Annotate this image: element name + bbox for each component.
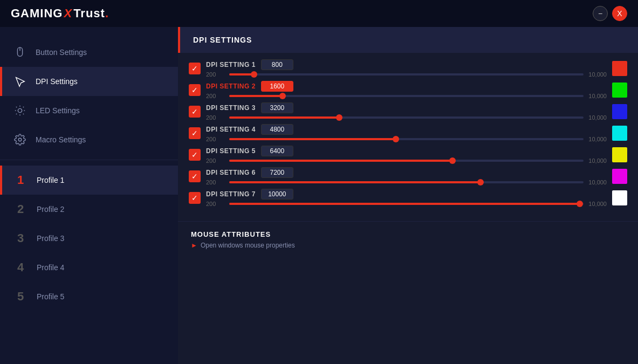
profile-label-5: Profile 5 — [37, 292, 64, 301]
dpi-row-2: ✓ DPI SETTING 2 1600 200 10,000 — [189, 81, 627, 99]
dpi-checkbox-5[interactable]: ✓ — [189, 149, 201, 161]
slider-group-5: 200 10,000 — [206, 157, 607, 164]
dpi-value-badge-1: 800 — [261, 59, 293, 70]
dpi-row-inner-1: DPI SETTING 1 800 200 10,000 — [206, 59, 607, 78]
dpi-checkbox-3[interactable]: ✓ — [189, 106, 201, 118]
dpi-top-row-3: DPI SETTING 3 3200 — [206, 102, 607, 113]
profile-item-1[interactable]: 1 Profile 1 — [0, 166, 178, 195]
dpi-value-badge-2: 1600 — [261, 81, 293, 92]
slider-min-5: 200 — [206, 157, 225, 164]
dpi-value-badge-4: 4800 — [261, 124, 293, 135]
dpi-top-row-7: DPI SETTING 7 10000 — [206, 189, 607, 200]
dpi-section-header: DPI SETTINGS — [178, 27, 638, 53]
sidebar: Button Settings DPI Settings — [0, 27, 178, 364]
dpi-checkbox-7[interactable]: ✓ — [189, 192, 201, 204]
slider-track-4[interactable] — [229, 138, 584, 140]
window-controls: − X — [593, 6, 627, 21]
dpi-top-row-1: DPI SETTING 1 800 — [206, 59, 607, 70]
profile-num-4: 4 — [13, 260, 28, 274]
logo-gaming: GAMING — [11, 6, 63, 20]
dpi-label-7: DPI SETTING 7 — [206, 190, 256, 198]
dpi-value-badge-5: 6400 — [261, 146, 293, 156]
mouse-attributes-title: MOUSE ATTRIBUTES — [191, 230, 625, 238]
color-swatch-4[interactable] — [612, 126, 627, 141]
slider-track-7[interactable] — [229, 203, 584, 205]
sidebar-item-macro-settings[interactable]: Macro Settings — [0, 125, 178, 154]
slider-min-1: 200 — [206, 71, 225, 78]
checkmark-5: ✓ — [191, 150, 198, 159]
profile-num-5: 5 — [13, 290, 28, 304]
profile-num-3: 3 — [13, 231, 28, 245]
dpi-checkbox-2[interactable]: ✓ — [189, 84, 201, 96]
slider-track-3[interactable] — [229, 116, 584, 119]
profile-label-1: Profile 1 — [37, 176, 64, 184]
dpi-label-2: DPI SETTING 2 — [206, 83, 256, 90]
color-swatch-3[interactable] — [612, 104, 627, 119]
slider-max-7: 10,000 — [588, 201, 607, 207]
dpi-row-1: ✓ DPI SETTING 1 800 200 10,000 — [189, 59, 627, 78]
dpi-label-5: DPI SETTING 5 — [206, 147, 256, 155]
checkmark-1: ✓ — [191, 64, 198, 73]
sidebar-item-led-settings[interactable]: LED Settings — [0, 96, 178, 125]
mouse-properties-link[interactable]: ► Open windows mouse properties — [191, 242, 625, 249]
cursor-icon — [13, 74, 27, 88]
dpi-top-row-6: DPI SETTING 6 7200 — [206, 167, 607, 178]
dpi-value-badge-6: 7200 — [261, 167, 293, 178]
dpi-row-7: ✓ DPI SETTING 7 10000 200 10,000 — [189, 189, 627, 207]
color-swatch-2[interactable] — [612, 83, 627, 98]
app-logo: GAMING X Trust . — [11, 6, 109, 20]
dpi-value-badge-7: 10000 — [261, 189, 293, 200]
slider-min-2: 200 — [206, 93, 225, 99]
profile-item-2[interactable]: 2 Profile 2 — [0, 195, 178, 224]
dpi-row-inner-6: DPI SETTING 6 7200 200 10,000 — [206, 167, 607, 186]
svg-line-9 — [16, 114, 17, 114]
minimize-button[interactable]: − — [593, 6, 608, 21]
slider-min-7: 200 — [206, 201, 225, 207]
slider-track-1[interactable] — [229, 73, 584, 75]
content-area: DPI SETTINGS ✓ DPI SETTING 1 800 200 10,… — [178, 27, 638, 364]
sun-icon — [13, 104, 27, 118]
nav-section: Button Settings DPI Settings — [0, 32, 178, 160]
color-swatch-1[interactable] — [612, 61, 627, 76]
dpi-top-row-5: DPI SETTING 5 6400 — [206, 146, 607, 156]
dpi-label-6: DPI SETTING 6 — [206, 169, 256, 176]
slider-max-4: 10,000 — [588, 136, 607, 142]
slider-max-6: 10,000 — [588, 179, 607, 186]
svg-point-11 — [18, 138, 22, 141]
sidebar-item-button-settings[interactable]: Button Settings — [0, 38, 178, 67]
color-swatch-5[interactable] — [612, 147, 627, 162]
svg-line-6 — [23, 114, 24, 114]
slider-group-1: 200 10,000 — [206, 71, 607, 78]
dpi-value-badge-3: 3200 — [261, 102, 293, 113]
arrow-right-icon: ► — [191, 242, 197, 249]
profile-item-3[interactable]: 3 Profile 3 — [0, 224, 178, 253]
slider-max-2: 10,000 — [588, 93, 607, 99]
profile-item-4[interactable]: 4 Profile 4 — [0, 253, 178, 282]
sidebar-item-dpi-settings[interactable]: DPI Settings — [0, 67, 178, 96]
dpi-checkbox-6[interactable]: ✓ — [189, 170, 201, 182]
gear-icon — [13, 133, 27, 147]
slider-group-6: 200 10,000 — [206, 179, 607, 186]
button-settings-label: Button Settings — [36, 48, 87, 57]
slider-max-5: 10,000 — [588, 157, 607, 164]
slider-track-2[interactable] — [229, 95, 584, 97]
profile-num-1: 1 — [13, 173, 28, 187]
slider-track-5[interactable] — [229, 160, 584, 162]
dpi-label-3: DPI SETTING 3 — [206, 104, 256, 112]
svg-line-10 — [23, 107, 24, 107]
slider-track-6[interactable] — [229, 181, 584, 183]
color-swatch-6[interactable] — [612, 169, 627, 184]
profile-label-4: Profile 4 — [37, 263, 64, 272]
slider-group-7: 200 10,000 — [206, 201, 607, 207]
dpi-checkbox-4[interactable]: ✓ — [189, 127, 201, 139]
profile-item-5[interactable]: 5 Profile 5 — [0, 282, 178, 311]
logo-x: X — [64, 6, 72, 20]
slider-group-4: 200 10,000 — [206, 136, 607, 142]
svg-line-5 — [16, 107, 17, 107]
dpi-checkbox-1[interactable]: ✓ — [189, 63, 201, 74]
color-swatch-7[interactable] — [612, 190, 627, 205]
checkmark-2: ✓ — [191, 86, 198, 94]
close-button[interactable]: X — [612, 6, 627, 21]
mouse-properties-label: Open windows mouse properties — [201, 242, 295, 249]
logo-trust: Trust — [73, 6, 105, 20]
